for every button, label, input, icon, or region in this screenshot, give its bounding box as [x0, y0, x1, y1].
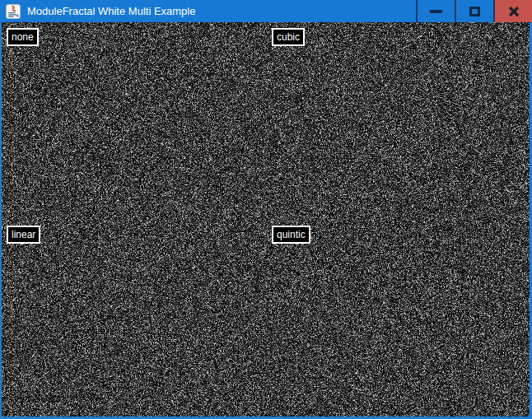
noise-area: nonecubiclinearquintic: [2, 22, 530, 417]
noise-label-none: none: [7, 28, 39, 46]
titlebar[interactable]: ModuleFractal White Multi Example: [0, 0, 532, 22]
app-window: ModuleFractal White Multi Example nonecu…: [0, 0, 532, 419]
noise-label-cubic: cubic: [272, 28, 305, 46]
window-title: ModuleFractal White Multi Example: [27, 0, 195, 22]
maximize-icon: [469, 7, 480, 16]
noise-canvas: [2, 22, 530, 417]
noise-label-quintic: quintic: [272, 226, 310, 244]
window-controls: [416, 0, 532, 22]
close-x-icon: [508, 6, 520, 17]
close-button[interactable]: [493, 0, 532, 22]
minimize-icon: [430, 10, 442, 13]
maximize-button[interactable]: [455, 0, 493, 22]
java-coffee-cup-icon: [6, 4, 21, 19]
minimize-button[interactable]: [416, 0, 455, 22]
noise-label-linear: linear: [7, 226, 40, 244]
